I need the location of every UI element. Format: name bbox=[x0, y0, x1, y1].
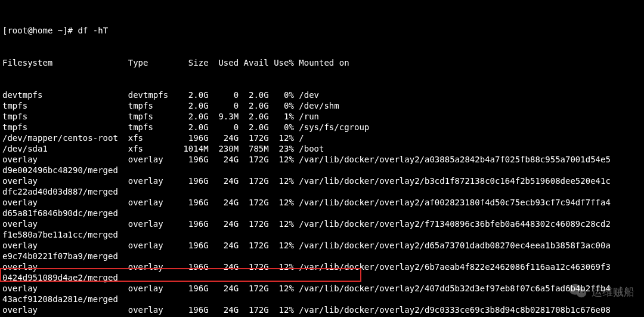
table-row: /dev/sda1 xfs 1014M 230M 785M 23% /boot bbox=[2, 143, 642, 154]
table-row-continuation: d65a81f6846b90dc/merged bbox=[2, 208, 642, 218]
table-row-continuation: e9c74b0221f07ba9/merged bbox=[2, 251, 642, 261]
table-row: overlay overlay 196G 24G 172G 12% /var/l… bbox=[2, 197, 642, 208]
table-row-continuation: 43acf91208da281e/merged bbox=[2, 294, 642, 304]
table-row: overlay overlay 196G 24G 172G 12% /var/l… bbox=[2, 304, 642, 315]
prompt-close: ]# bbox=[63, 26, 73, 35]
prompt-at: @ bbox=[27, 26, 32, 35]
table-row: overlay overlay 196G 24G 172G 12% /var/l… bbox=[2, 240, 642, 251]
table-row: tmpfs tmpfs 2.0G 0 2.0G 0% /dev/shm bbox=[2, 100, 642, 111]
table-row: devtmpfs devtmpfs 2.0G 0 2.0G 0% /dev bbox=[2, 90, 642, 100]
terminal-output[interactable]: [root@home ~]# df -hT Filesystem Type Si… bbox=[0, 0, 644, 317]
table-row: overlay overlay 196G 24G 172G 12% /var/l… bbox=[2, 176, 642, 186]
prompt-dir: ~ bbox=[58, 26, 63, 35]
table-row-continuation: d9e002496bc48290/merged bbox=[2, 165, 642, 176]
prompt-user: root bbox=[7, 26, 27, 35]
table-row: tmpfs tmpfs 2.0G 9.3M 2.0G 1% /run bbox=[2, 111, 642, 122]
prompt-line-1: [root@home ~]# df -hT bbox=[2, 25, 642, 36]
table-row-continuation: dfc22ad40d03d887/merged bbox=[2, 186, 642, 197]
table-header-row: Filesystem Type Size Used Avail Use% Mou… bbox=[2, 57, 642, 68]
table-row: overlay overlay 196G 24G 172G 12% /var/l… bbox=[2, 261, 642, 272]
table-row: overlay overlay 196G 24G 172G 12% /var/l… bbox=[2, 283, 642, 294]
table-row: overlay overlay 196G 24G 172G 12% /var/l… bbox=[2, 154, 642, 165]
table-row-continuation: 0424d951089d4ae2/merged bbox=[2, 272, 642, 283]
table-row: overlay overlay 196G 24G 172G 12% /var/l… bbox=[2, 218, 642, 229]
command-text: df -hT bbox=[78, 26, 108, 35]
table-row: tmpfs tmpfs 2.0G 0 2.0G 0% /sys/fs/cgrou… bbox=[2, 122, 642, 133]
table-row-continuation: f1e580a7be11a1cc/merged bbox=[2, 229, 642, 240]
prompt-host: home bbox=[33, 26, 53, 35]
table-row: /dev/mapper/centos-root xfs 196G 24G 172… bbox=[2, 133, 642, 143]
